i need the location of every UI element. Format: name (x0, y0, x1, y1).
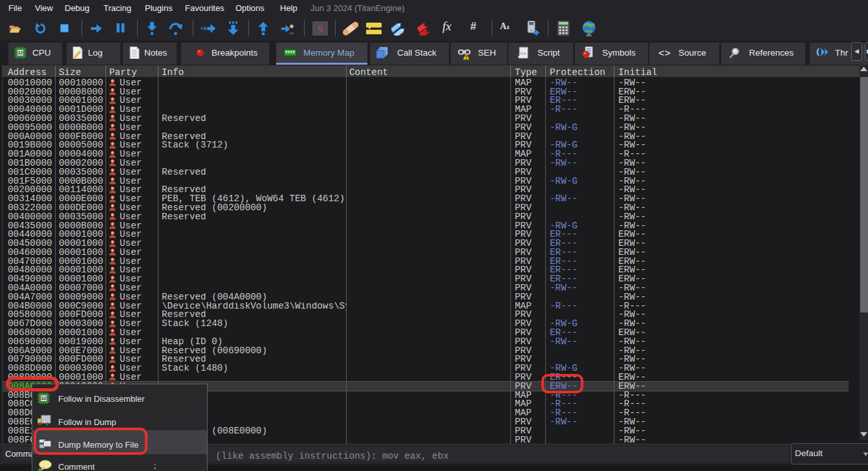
svg-text:32: 32 (41, 395, 46, 401)
svg-text:32: 32 (17, 50, 23, 56)
svg-text:S: S (318, 24, 323, 34)
svg-text:<>: <> (520, 50, 526, 56)
